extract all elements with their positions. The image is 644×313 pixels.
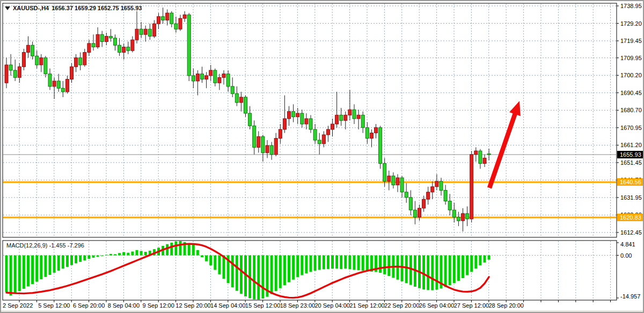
macd-histogram-bar — [283, 256, 286, 286]
candle-body — [79, 58, 82, 65]
macd-histogram-bar — [270, 256, 273, 294]
macd-histogram-bar — [10, 256, 12, 296]
macd-histogram-bar — [44, 256, 47, 277]
candle-body — [457, 217, 460, 221]
macd-histogram-bar — [435, 256, 438, 290]
candle-body — [348, 110, 352, 115]
macd-histogram-bar — [40, 256, 42, 280]
macd-histogram-bar — [140, 251, 143, 255]
macd-histogram-bar — [49, 256, 52, 275]
candle-body — [92, 43, 95, 47]
candle-body — [418, 208, 421, 217]
symbol-period-label: XAUUSD-,H4 — [13, 5, 49, 11]
macd-histogram-bar — [449, 256, 451, 286]
symbol-dropdown-icon[interactable] — [5, 6, 10, 10]
candle-body — [100, 34, 104, 41]
candle-body — [244, 97, 247, 113]
chart-title: XAUUSD-,H4 1656.37 1659.29 1652.75 1655.… — [5, 5, 142, 11]
macd-histogram-bar — [70, 256, 73, 265]
macd-histogram-bar — [488, 256, 491, 260]
candle-body — [444, 190, 447, 201]
candle-body — [65, 79, 69, 92]
candle-body — [5, 65, 8, 83]
candle-body — [70, 67, 74, 79]
macd-histogram-bar — [75, 256, 77, 264]
ohlc-values: 1656.37 1659.29 1652.75 1655.93 — [52, 5, 142, 11]
candle-body — [301, 113, 304, 124]
macd-histogram-bar — [83, 256, 86, 260]
macd-histogram-bar — [87, 256, 90, 259]
candle-body — [270, 145, 273, 155]
macd-histogram-bar — [127, 253, 129, 256]
candle-body — [214, 70, 217, 83]
macd-histogram-bar — [79, 256, 82, 262]
macd-histogram-bar — [18, 256, 21, 292]
candle-body — [218, 77, 221, 83]
candle-body — [31, 45, 34, 56]
candle-body — [35, 56, 39, 65]
candle-body — [309, 119, 312, 129]
candle-body — [231, 86, 234, 93]
macd-histogram-bar — [97, 256, 99, 257]
macd-histogram-bar — [174, 242, 177, 256]
candle-body — [409, 198, 412, 210]
candle-body — [326, 129, 330, 135]
macd-histogram-bar — [62, 256, 64, 269]
candle-body — [344, 115, 347, 120]
macd-histogram-bar — [366, 256, 369, 272]
candle-body — [157, 17, 160, 24]
candle-body — [22, 53, 25, 67]
candle-body — [257, 136, 260, 147]
macd-histogram-bar — [401, 256, 404, 281]
candle-body — [48, 74, 52, 86]
candle-body — [75, 58, 78, 67]
candle-body — [248, 113, 252, 126]
candle-body — [127, 47, 130, 51]
candle-body — [431, 187, 434, 192]
candle-body — [375, 128, 378, 133]
macd-histogram-bar — [144, 252, 147, 256]
macd-histogram-bar — [257, 256, 260, 300]
macd-histogram-bar — [348, 256, 351, 270]
candle-body — [253, 126, 256, 147]
macd-histogram-bar — [53, 256, 56, 273]
macd-histogram-bar — [453, 256, 456, 283]
candle-body — [365, 128, 369, 139]
candle-body — [166, 13, 169, 20]
candle-body — [109, 37, 112, 38]
candle-body — [40, 58, 43, 65]
macd-histogram-bar — [136, 250, 138, 256]
candle-body — [105, 37, 108, 42]
candle-body — [131, 40, 134, 50]
candle-body — [422, 199, 426, 208]
candle-body — [27, 45, 30, 52]
macd-histogram-bar — [122, 252, 125, 256]
candle-body — [9, 65, 12, 70]
candle-body — [370, 133, 373, 139]
chart-window: XAUUSD-,H4 1656.37 1659.29 1652.75 1655.… — [0, 0, 644, 313]
candle-body — [379, 128, 382, 164]
trend-arrow-shaft[interactable] — [489, 110, 516, 188]
macd-histogram-bar — [261, 256, 264, 299]
candle-body — [170, 13, 173, 24]
candle-body — [274, 139, 277, 155]
macd-histogram-bar — [170, 243, 173, 256]
macd-histogram-bar — [405, 256, 408, 283]
macd-histogram-bar — [27, 256, 30, 287]
macd-histogram-bar — [35, 256, 38, 282]
macd-histogram-bar — [253, 256, 255, 300]
macd-histogram-bar — [288, 256, 290, 282]
macd-histogram-bar — [205, 256, 208, 261]
macd-histogram-bar — [23, 256, 25, 289]
trend-arrow-head[interactable] — [509, 101, 521, 116]
macd-histogram-bar — [109, 254, 112, 256]
macd-histogram-bar — [5, 256, 8, 292]
price-chart-canvas[interactable] — [1, 1, 644, 313]
macd-histogram-bar — [344, 256, 347, 269]
candle-body — [470, 155, 473, 219]
macd-histogram-bar — [66, 256, 69, 267]
candle-body — [83, 53, 86, 65]
macd-histogram-bar — [131, 251, 134, 255]
macd-histogram-bar — [236, 256, 238, 291]
candle-body — [87, 43, 91, 53]
